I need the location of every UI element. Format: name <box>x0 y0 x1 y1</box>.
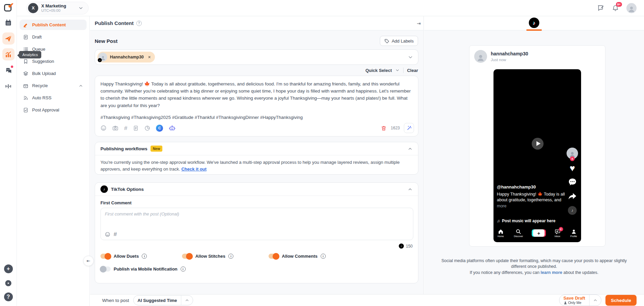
video-action-rail: + ♥ ♪ <box>566 148 579 215</box>
disclaimer-text: about the updates. <box>564 270 599 275</box>
inbox-nav-icon[interactable] <box>2 64 15 76</box>
chevron-up-icon[interactable] <box>181 296 193 305</box>
hashtag-icon[interactable]: # <box>124 125 127 131</box>
nav-discover[interactable]: Discover <box>514 229 523 237</box>
feedback-compose-icon[interactable] <box>597 4 604 12</box>
help-circle-icon[interactable]: ? <box>136 21 142 26</box>
save-draft-button[interactable]: Save Draft Only Me <box>559 295 601 306</box>
app-logo-icon[interactable]: ✔ <box>3 3 14 13</box>
tiktok-icon: ♪ <box>533 20 535 26</box>
first-comment-input[interactable] <box>101 208 413 229</box>
comment-bubble-icon[interactable] <box>568 177 577 186</box>
workspace-selector[interactable]: X X Marketing UTC+05:00 <box>26 2 89 15</box>
logo-check-icon: ✔ <box>8 1 14 10</box>
caption-more-link[interactable]: more <box>497 204 566 208</box>
pencil-icon <box>23 22 28 28</box>
info-icon[interactable]: i <box>142 254 147 259</box>
workflows-header[interactable]: Publishing workflows New <box>95 142 418 155</box>
hashtag-icon[interactable]: # <box>114 231 117 237</box>
disclaimer-text: If you notice any differences, you can <box>470 270 539 275</box>
nav-create[interactable]: + <box>533 229 545 237</box>
info-icon[interactable]: i <box>228 254 233 259</box>
sidebar-item-label: Bulk Upload <box>32 71 56 76</box>
check-it-out-link[interactable]: Check it out <box>181 167 206 172</box>
snippet-doc-icon[interactable] <box>133 125 139 131</box>
nav-profile[interactable]: Profile <box>570 229 577 237</box>
publish-nav-icon[interactable] <box>2 32 15 45</box>
post-editor-card[interactable]: Happy Thanksgiving! 🍁 Today is all about… <box>95 76 418 136</box>
sidebar-item-draft[interactable]: Draft <box>20 32 87 42</box>
workspace-avatar: X <box>28 3 38 13</box>
ai-wand-button[interactable] <box>404 123 414 133</box>
follow-plus-badge: + <box>570 156 575 161</box>
sidebar-item-label: Post Approval <box>32 107 59 112</box>
collapse-right-icon[interactable]: ⇥ <box>417 21 421 26</box>
nav-home[interactable]: Home <box>498 229 504 237</box>
calendar-nav-icon[interactable] <box>2 17 15 29</box>
trash-icon[interactable] <box>381 125 387 131</box>
tiktok-preview-tab[interactable]: ♪ <box>529 18 539 28</box>
account-chip[interactable]: ♪ Hannahchamp30 ✕ <box>97 52 155 62</box>
clear-button[interactable]: Clear <box>407 68 418 73</box>
account-select[interactable]: ♪ Hannahchamp30 ✕ <box>95 49 418 65</box>
new-badge: New <box>151 146 163 152</box>
first-comment-label: First Comment <box>100 200 132 205</box>
media-camera-icon[interactable] <box>112 125 118 131</box>
allow-duets-toggle[interactable] <box>100 254 111 259</box>
emoji-icon[interactable] <box>100 125 107 131</box>
notifications-bell-icon[interactable]: 9+ <box>612 4 619 11</box>
post-text[interactable]: Happy Thanksgiving! 🍁 Today is all about… <box>100 80 411 121</box>
quick-select-row: Quick Select Clear <box>365 68 418 73</box>
utm-pie-icon[interactable] <box>144 125 150 131</box>
help-button[interactable]: ? <box>4 292 13 301</box>
sidebar-item-post-approval[interactable]: Post Approval <box>20 105 87 115</box>
allow-stitches-toggle[interactable] <box>182 254 192 259</box>
allow-comments-toggle[interactable] <box>269 254 279 259</box>
create-new-button[interactable]: + <box>4 264 13 273</box>
play-button-icon[interactable] <box>532 138 544 150</box>
analytics-nav-icon[interactable] <box>2 48 15 60</box>
chevron-up-icon[interactable] <box>408 146 413 151</box>
sidebar-item-auto-rss[interactable]: Auto RSS <box>20 93 87 103</box>
video-handle: @hannahchamp30 <box>497 184 566 189</box>
info-icon[interactable]: i <box>321 254 326 259</box>
nav-inbox[interactable]: 2 Inbox <box>554 229 560 237</box>
music-disc-icon[interactable]: ♪ <box>568 206 577 215</box>
share-arrow-icon[interactable] <box>568 192 577 201</box>
tiktok-options-header[interactable]: ♪ TikTok Options <box>95 183 418 196</box>
remove-account-icon[interactable]: ✕ <box>148 55 151 59</box>
user-avatar[interactable] <box>626 3 637 13</box>
sidebar-item-publish-content[interactable]: Publish Content <box>20 20 87 30</box>
settings-icon[interactable] <box>4 279 12 287</box>
video-profile-avatar[interactable]: + <box>567 148 578 159</box>
nav-label: Discover <box>514 235 523 237</box>
toggle-knob <box>100 266 107 273</box>
like-heart-icon[interactable]: ♥ <box>570 164 575 172</box>
add-labels-button[interactable]: Add Labels <box>380 36 418 46</box>
chevron-up-icon[interactable] <box>408 187 413 192</box>
ai-bot-icon[interactable] <box>169 125 176 131</box>
maple-leaf-emoji: 🍁 <box>144 81 150 86</box>
ai-suggested-time-select[interactable]: AI Suggested Time <box>133 295 193 305</box>
emoji-icon[interactable] <box>105 232 110 237</box>
quick-select-button[interactable]: Quick Select <box>365 68 392 73</box>
sidebar-item-label: Draft <box>32 34 42 40</box>
nav-label: Inbox <box>554 235 560 237</box>
sidebar-item-recycle[interactable]: Recycle <box>20 80 87 91</box>
learn-more-link[interactable]: learn more <box>540 270 562 275</box>
allow-stitches-toggle-item: Allow Stitches i <box>182 254 233 259</box>
chevron-down-icon <box>408 54 413 60</box>
canva-icon[interactable]: C <box>156 125 163 132</box>
video-preview[interactable]: + ♥ ♪ @hannahchamp30 Happy Thanksgiving!… <box>493 69 581 242</box>
sidebar-collapse-handle[interactable]: ⇤ <box>83 256 94 266</box>
only-me-label: Only Me <box>568 301 581 305</box>
schedule-button[interactable]: Schedule <box>605 295 637 306</box>
chevron-up-icon[interactable] <box>589 295 601 306</box>
sidebar-item-bulk-upload[interactable]: Bulk Upload <box>20 68 87 79</box>
account-chip-name: Hannahchamp30 <box>110 55 144 59</box>
divider <box>403 68 404 73</box>
listening-nav-icon[interactable] <box>2 80 15 92</box>
tiktok-toggles-row: Allow Duets i Allow Stitches i Allow Com… <box>100 254 326 259</box>
mobile-notification-toggle[interactable] <box>100 266 111 272</box>
info-icon[interactable]: i <box>181 266 186 272</box>
